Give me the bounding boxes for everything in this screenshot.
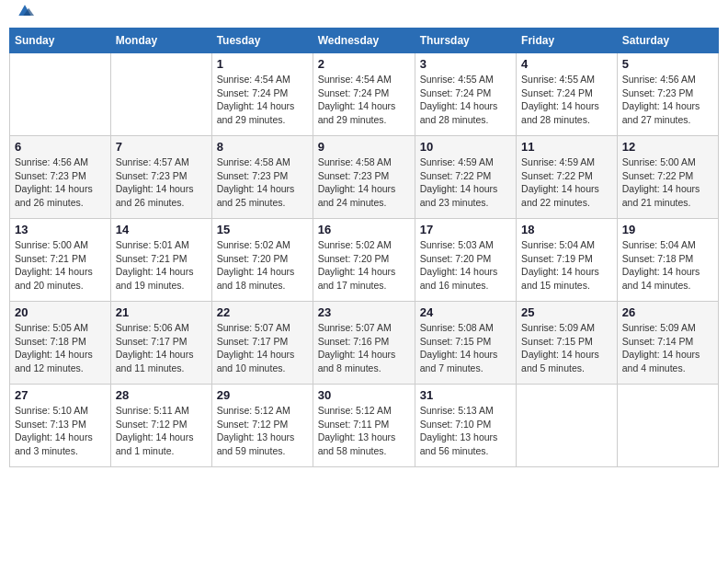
calendar-cell: 14Sunrise: 5:01 AMSunset: 7:21 PMDayligh… [110, 219, 211, 302]
day-info: Sunrise: 4:56 AMSunset: 7:23 PMDaylight:… [15, 155, 106, 210]
week-row-2: 13Sunrise: 5:00 AMSunset: 7:21 PMDayligh… [10, 219, 719, 302]
day-number: 2 [318, 57, 410, 71]
day-number: 7 [116, 140, 207, 154]
day-info: Sunrise: 5:06 AMSunset: 7:17 PMDaylight:… [116, 321, 207, 375]
calendar-cell: 1Sunrise: 4:54 AMSunset: 7:24 PMDaylight… [211, 53, 313, 136]
calendar-cell: 5Sunrise: 4:56 AMSunset: 7:23 PMDaylight… [617, 53, 718, 136]
calendar-cell [517, 385, 618, 467]
day-info: Sunrise: 5:09 AMSunset: 7:14 PMDaylight:… [622, 321, 713, 375]
weekday-header-saturday: Saturday [617, 29, 718, 53]
day-number: 20 [15, 305, 106, 319]
day-number: 28 [116, 388, 207, 402]
day-number: 13 [15, 223, 106, 236]
calendar-cell: 17Sunrise: 5:03 AMSunset: 7:20 PMDayligh… [415, 219, 516, 302]
day-info: Sunrise: 5:10 AMSunset: 7:13 PMDaylight:… [15, 404, 106, 458]
day-number: 23 [318, 305, 410, 319]
day-info: Sunrise: 4:55 AMSunset: 7:24 PMDaylight:… [521, 73, 612, 127]
day-number: 21 [116, 305, 207, 319]
day-info: Sunrise: 5:00 AMSunset: 7:22 PMDaylight:… [622, 155, 713, 210]
day-info: Sunrise: 5:00 AMSunset: 7:21 PMDaylight:… [15, 238, 106, 293]
day-number: 18 [521, 223, 612, 236]
week-row-0: 1Sunrise: 4:54 AMSunset: 7:24 PMDaylight… [10, 53, 719, 136]
day-number: 11 [521, 140, 612, 154]
logo [14, 9, 34, 20]
day-info: Sunrise: 4:54 AMSunset: 7:24 PMDaylight:… [318, 73, 410, 127]
calendar-cell: 3Sunrise: 4:55 AMSunset: 7:24 PMDaylight… [415, 53, 516, 136]
day-info: Sunrise: 5:13 AMSunset: 7:10 PMDaylight:… [420, 404, 511, 458]
day-info: Sunrise: 5:12 AMSunset: 7:11 PMDaylight:… [318, 404, 410, 458]
day-number: 30 [318, 388, 410, 402]
calendar-cell: 19Sunrise: 5:04 AMSunset: 7:18 PMDayligh… [617, 219, 718, 302]
calendar-cell: 22Sunrise: 5:07 AMSunset: 7:17 PMDayligh… [211, 302, 313, 385]
day-info: Sunrise: 5:11 AMSunset: 7:12 PMDaylight:… [116, 404, 207, 458]
weekday-header-monday: Monday [110, 29, 211, 53]
calendar-cell: 28Sunrise: 5:11 AMSunset: 7:12 PMDayligh… [110, 385, 211, 467]
calendar-cell: 7Sunrise: 4:57 AMSunset: 7:23 PMDaylight… [110, 136, 211, 219]
day-info: Sunrise: 5:07 AMSunset: 7:16 PMDaylight:… [318, 321, 410, 375]
calendar-body: 1Sunrise: 4:54 AMSunset: 7:24 PMDaylight… [10, 53, 719, 467]
day-number: 12 [622, 140, 713, 154]
day-number: 14 [116, 223, 207, 236]
calendar-cell: 25Sunrise: 5:09 AMSunset: 7:15 PMDayligh… [517, 302, 618, 385]
weekday-header-wednesday: Wednesday [313, 29, 415, 53]
day-number: 19 [622, 223, 713, 236]
calendar-cell [617, 385, 718, 467]
calendar-cell: 18Sunrise: 5:04 AMSunset: 7:19 PMDayligh… [517, 219, 618, 302]
calendar-cell: 29Sunrise: 5:12 AMSunset: 7:12 PMDayligh… [211, 385, 313, 467]
day-info: Sunrise: 4:59 AMSunset: 7:22 PMDaylight:… [521, 155, 612, 210]
weekday-row: SundayMondayTuesdayWednesdayThursdayFrid… [10, 29, 719, 53]
day-info: Sunrise: 5:09 AMSunset: 7:15 PMDaylight:… [521, 321, 612, 375]
day-info: Sunrise: 4:54 AMSunset: 7:24 PMDaylight:… [217, 73, 308, 127]
calendar-cell [10, 53, 111, 136]
day-info: Sunrise: 5:04 AMSunset: 7:18 PMDaylight:… [622, 238, 713, 293]
calendar-cell: 15Sunrise: 5:02 AMSunset: 7:20 PMDayligh… [211, 219, 313, 302]
day-number: 27 [15, 388, 106, 402]
calendar-cell: 9Sunrise: 4:58 AMSunset: 7:23 PMDaylight… [313, 136, 415, 219]
day-info: Sunrise: 4:58 AMSunset: 7:23 PMDaylight:… [318, 155, 410, 210]
calendar-cell: 23Sunrise: 5:07 AMSunset: 7:16 PMDayligh… [313, 302, 415, 385]
day-info: Sunrise: 4:58 AMSunset: 7:23 PMDaylight:… [217, 155, 308, 210]
calendar-cell: 13Sunrise: 5:00 AMSunset: 7:21 PMDayligh… [10, 219, 111, 302]
day-number: 15 [217, 223, 308, 236]
calendar-cell: 31Sunrise: 5:13 AMSunset: 7:10 PMDayligh… [415, 385, 516, 467]
week-row-4: 27Sunrise: 5:10 AMSunset: 7:13 PMDayligh… [10, 385, 719, 467]
calendar-cell: 12Sunrise: 5:00 AMSunset: 7:22 PMDayligh… [617, 136, 718, 219]
logo-icon [16, 2, 34, 20]
day-number: 17 [420, 223, 511, 236]
calendar-table: SundayMondayTuesdayWednesdayThursdayFrid… [9, 28, 719, 467]
day-number: 9 [318, 140, 410, 154]
week-row-3: 20Sunrise: 5:05 AMSunset: 7:18 PMDayligh… [10, 302, 719, 385]
day-info: Sunrise: 5:05 AMSunset: 7:18 PMDaylight:… [15, 321, 106, 375]
calendar-cell: 16Sunrise: 5:02 AMSunset: 7:20 PMDayligh… [313, 219, 415, 302]
calendar-cell: 20Sunrise: 5:05 AMSunset: 7:18 PMDayligh… [10, 302, 111, 385]
calendar-cell: 24Sunrise: 5:08 AMSunset: 7:15 PMDayligh… [415, 302, 516, 385]
day-number: 5 [622, 57, 713, 71]
day-info: Sunrise: 5:07 AMSunset: 7:17 PMDaylight:… [217, 321, 308, 375]
calendar-header: SundayMondayTuesdayWednesdayThursdayFrid… [10, 29, 719, 53]
day-number: 6 [15, 140, 106, 154]
day-info: Sunrise: 5:12 AMSunset: 7:12 PMDaylight:… [217, 404, 308, 458]
calendar-cell: 4Sunrise: 4:55 AMSunset: 7:24 PMDaylight… [517, 53, 618, 136]
calendar-cell: 27Sunrise: 5:10 AMSunset: 7:13 PMDayligh… [10, 385, 111, 467]
day-info: Sunrise: 5:02 AMSunset: 7:20 PMDaylight:… [217, 238, 308, 293]
week-row-1: 6Sunrise: 4:56 AMSunset: 7:23 PMDaylight… [10, 136, 719, 219]
calendar-cell: 30Sunrise: 5:12 AMSunset: 7:11 PMDayligh… [313, 385, 415, 467]
day-number: 31 [420, 388, 511, 402]
weekday-header-tuesday: Tuesday [211, 29, 313, 53]
day-info: Sunrise: 5:03 AMSunset: 7:20 PMDaylight:… [420, 238, 511, 293]
calendar-cell: 10Sunrise: 4:59 AMSunset: 7:22 PMDayligh… [415, 136, 516, 219]
calendar-cell: 21Sunrise: 5:06 AMSunset: 7:17 PMDayligh… [110, 302, 211, 385]
day-info: Sunrise: 4:57 AMSunset: 7:23 PMDaylight:… [116, 155, 207, 210]
day-info: Sunrise: 4:55 AMSunset: 7:24 PMDaylight:… [420, 73, 511, 127]
weekday-header-sunday: Sunday [10, 29, 111, 53]
day-number: 26 [622, 305, 713, 319]
day-number: 10 [420, 140, 511, 154]
day-number: 25 [521, 305, 612, 319]
calendar-cell: 8Sunrise: 4:58 AMSunset: 7:23 PMDaylight… [211, 136, 313, 219]
day-number: 16 [318, 223, 410, 236]
weekday-header-thursday: Thursday [415, 29, 516, 53]
page-header [9, 9, 719, 20]
weekday-header-friday: Friday [517, 29, 618, 53]
calendar-cell: 11Sunrise: 4:59 AMSunset: 7:22 PMDayligh… [517, 136, 618, 219]
calendar-cell: 2Sunrise: 4:54 AMSunset: 7:24 PMDaylight… [313, 53, 415, 136]
